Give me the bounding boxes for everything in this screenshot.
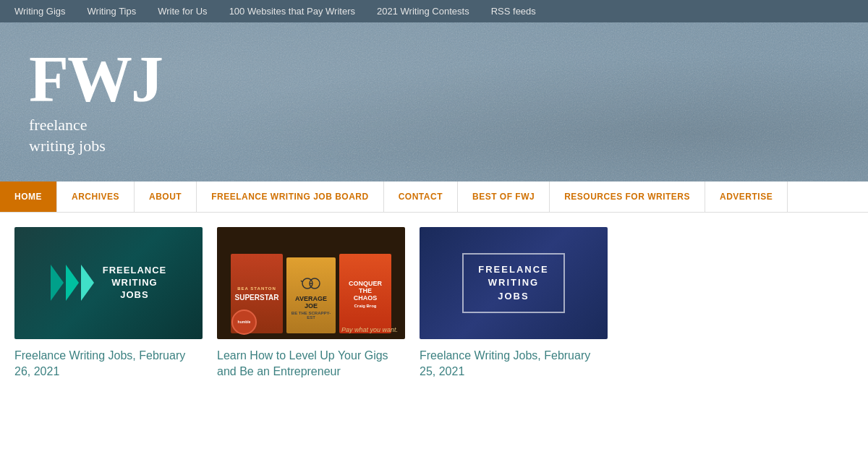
site-logo: FWJ freelance writing jobs xyxy=(29,47,162,156)
sec-nav-advertise[interactable]: ADVERTISE xyxy=(705,181,788,212)
sec-nav-resources[interactable]: RESOURCES FOR WRITERS xyxy=(550,181,705,212)
card-3-title[interactable]: Freelance Writing Jobs, February 25, 202… xyxy=(420,349,590,377)
sec-nav-best-of[interactable]: BEST OF FWJ xyxy=(458,181,550,212)
nav-100-websites[interactable]: 100 Websites that Pay Writers xyxy=(229,6,355,17)
card-image-1[interactable]: FREELANCE WRITING JOBS xyxy=(14,227,203,339)
card-image-3[interactable]: FREELANCE WRITING JOBS xyxy=(420,227,608,339)
arrow-decorations xyxy=(51,265,94,301)
logo-subtitle: freelance writing jobs xyxy=(29,115,162,156)
card-1-image-text: FREELANCE WRITING JOBS xyxy=(103,265,166,302)
article-card-2: BEA STANTON SUPERSTAR AVERAGE JOE BE THE… xyxy=(217,227,405,380)
logo-letters: FWJ xyxy=(29,47,162,112)
glasses-icon xyxy=(300,272,322,294)
top-navigation: Writing Gigs Writing Tips Write for Us 1… xyxy=(0,0,868,22)
card-1-title[interactable]: Freelance Writing Jobs, February 26, 202… xyxy=(14,349,185,377)
sec-nav-contact[interactable]: CONTACT xyxy=(384,181,458,212)
fwj-badge-box: FREELANCE WRITING JOBS xyxy=(462,253,564,313)
nav-writing-contests[interactable]: 2021 Writing Contests xyxy=(377,6,469,17)
nav-writing-gigs[interactable]: Writing Gigs xyxy=(14,6,66,17)
article-card-3: FREELANCE WRITING JOBS Freelance Writing… xyxy=(420,227,608,380)
article-card-1: FREELANCE WRITING JOBS Freelance Writing… xyxy=(14,227,203,380)
svg-line-2 xyxy=(301,281,302,282)
arrow-icon-2 xyxy=(66,265,79,301)
site-header: FWJ freelance writing jobs xyxy=(0,22,868,181)
secondary-navigation: HOME ARCHIVES ABOUT FREELANCE WRITING JO… xyxy=(0,181,868,213)
book-2-text: AVERAGE JOE BE THE SCRAPPY-EST xyxy=(286,257,336,333)
main-content: FREELANCE WRITING JOBS Freelance Writing… xyxy=(0,213,868,395)
sec-nav-about[interactable]: ABOUT xyxy=(135,181,197,212)
card-2-title[interactable]: Learn How to Level Up Your Gigs and Be a… xyxy=(217,349,388,377)
book-cover-2: AVERAGE JOE BE THE SCRAPPY-EST xyxy=(286,257,336,333)
arrow-icon-1 xyxy=(51,265,64,301)
book-3-text: CONQUER THE CHAOS Craig Brog xyxy=(339,254,391,333)
sec-nav-archives[interactable]: ARCHIVES xyxy=(57,181,135,212)
card-image-2[interactable]: BEA STANTON SUPERSTAR AVERAGE JOE BE THE… xyxy=(217,227,405,339)
nav-rss-feeds[interactable]: RSS feeds xyxy=(491,6,536,17)
book-cover-3: CONQUER THE CHAOS Craig Brog xyxy=(339,254,391,333)
sec-nav-home[interactable]: HOME xyxy=(0,181,57,212)
pay-what-label: Pay what you want. xyxy=(341,326,398,333)
nav-write-for-us[interactable]: Write for Us xyxy=(158,6,207,17)
sec-nav-job-board[interactable]: FREELANCE WRITING JOB BOARD xyxy=(197,181,384,212)
arrow-icon-3 xyxy=(81,265,94,301)
humble-badge: humble xyxy=(231,309,257,335)
nav-writing-tips[interactable]: Writing Tips xyxy=(88,6,137,17)
card-3-image-text: FREELANCE WRITING JOBS xyxy=(478,263,548,303)
